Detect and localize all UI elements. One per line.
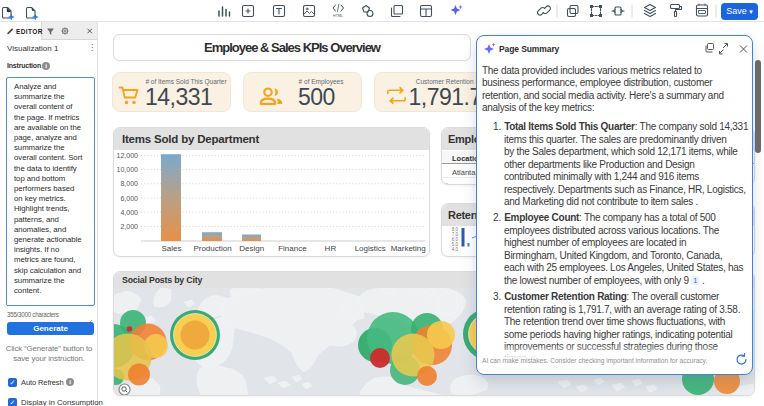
svg-text:Production: Production [193,244,231,253]
svg-text:2,000: 2,000 [120,223,138,230]
svg-text:12,000: 12,000 [117,152,139,159]
svg-text:Sales: Sales [161,244,181,253]
svg-text:HR: HR [325,244,337,253]
svg-text:8,000: 8,000 [120,180,138,187]
svg-text:Marketing: Marketing [391,244,426,253]
svg-text:4,000: 4,000 [120,209,138,216]
svg-text:4,0: 4,0 [452,247,459,252]
svg-text:HTML: HTML [333,14,343,18]
svg-text:6,000: 6,000 [120,195,138,202]
svg-text:Logistics: Logistics [355,244,386,253]
svg-text:Design: Design [239,244,264,253]
svg-text:10,000: 10,000 [117,166,139,173]
svg-text:Finance: Finance [278,244,307,253]
